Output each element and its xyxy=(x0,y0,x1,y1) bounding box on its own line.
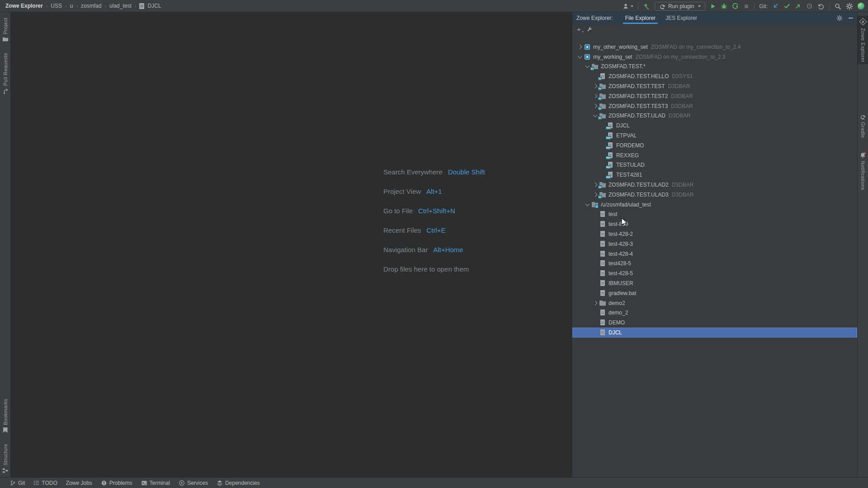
tree-row[interactable]: TEST4281 xyxy=(572,170,857,180)
chevron-right-icon[interactable] xyxy=(591,300,599,307)
minimize-icon[interactable] xyxy=(849,18,853,19)
tree-row[interactable]: ZOSMFAD.TEST.ULAD3 D3DBAR xyxy=(572,190,857,200)
tree-row[interactable]: ZOSMFAD.TEST.HELLO D3SYS1 xyxy=(572,71,857,81)
ide-logo-button[interactable] xyxy=(858,0,864,12)
statusbar-item-terminal[interactable]: Terminal xyxy=(141,480,170,486)
tree-row[interactable]: IBMUSER xyxy=(572,278,857,288)
statusbar-item-dependencies[interactable]: Dependencies xyxy=(217,480,260,486)
tree-row[interactable]: ZOSMFAD.TEST.ULAD D3DBAR xyxy=(572,111,857,121)
run-button[interactable] xyxy=(710,0,716,12)
tree-item-label: demo_2 xyxy=(609,310,628,316)
chevron-slot xyxy=(591,260,599,267)
tree-row[interactable]: ZOSMFAD.TEST.ULAD2 D3DBAR xyxy=(572,180,857,190)
breadcrumb-item[interactable]: Zowe Explorer xyxy=(5,3,43,9)
tree-item-label: ZOSMFAD.TEST.ULAD3 xyxy=(609,192,669,198)
text-file-icon xyxy=(599,240,606,248)
tree-item-label: my_other_working_set xyxy=(593,44,648,50)
statusbar-label: Dependencies xyxy=(225,480,260,486)
statusbar-item-services[interactable]: Services xyxy=(179,480,208,486)
sidebar-item-pull-requests[interactable]: Pull Requests xyxy=(0,51,10,96)
tree-row[interactable]: DJCL xyxy=(572,121,857,131)
text-file-icon xyxy=(599,260,606,267)
tree-row[interactable]: ZOSMFAD.TEST.TEST2 D3DBAR xyxy=(572,91,857,101)
history-button[interactable] xyxy=(806,0,813,12)
sidebar-item-gradle[interactable]: Gradle xyxy=(858,112,868,140)
chevron-right-icon[interactable] xyxy=(576,43,584,51)
breadcrumb-item[interactable]: ›ulad_test xyxy=(104,3,131,9)
tree-item-label: DEMO xyxy=(609,319,625,326)
tree-row[interactable]: test-428-2 xyxy=(572,229,857,239)
update-project-button[interactable] xyxy=(772,0,779,12)
debug-button[interactable] xyxy=(721,0,727,12)
ds-folder-icon xyxy=(599,83,606,90)
wrench-icon[interactable] xyxy=(586,26,593,33)
tree-row[interactable]: test-428-5 xyxy=(572,268,857,278)
settings-gear-icon xyxy=(846,3,853,10)
sidebar-item-structure[interactable]: Structure xyxy=(0,442,10,475)
tree-row[interactable]: test xyxy=(572,210,857,220)
tree-row[interactable]: test-428-4 xyxy=(572,249,857,259)
tool-window-tabs: File Explorer JES Explorer xyxy=(620,12,702,24)
commit-button[interactable] xyxy=(783,0,790,12)
tree-row[interactable]: gradlew.bat xyxy=(572,288,857,298)
tree-item-hint: D3DBAR xyxy=(672,192,694,198)
run-configuration-select[interactable]: Run plugin xyxy=(655,2,705,11)
tree-item-label: my_working_set xyxy=(593,54,632,60)
breadcrumb-item[interactable]: ›zosmfad xyxy=(76,3,101,9)
breadcrumb-item[interactable]: ›USS xyxy=(46,3,62,9)
tree-row[interactable]: ZOSMFAD.TEST.TEST3 D3DBAR xyxy=(572,101,857,111)
sidebar-item-notifications[interactable]: Notifications xyxy=(858,150,868,192)
statusbar-item-todo[interactable]: TODO xyxy=(33,480,57,486)
tab-file-explorer[interactable]: File Explorer xyxy=(623,12,658,24)
breadcrumb-item-file[interactable]: ›DJCL xyxy=(135,3,161,9)
shortcut-row: Project View Alt+1 xyxy=(383,188,485,207)
settings-button[interactable] xyxy=(846,0,853,12)
user-menu-button[interactable] xyxy=(622,0,633,12)
tree-row[interactable]: DJCL xyxy=(572,328,857,338)
stop-button[interactable] xyxy=(743,0,750,12)
shortcut-action-label: Recent Files xyxy=(383,226,421,234)
tab-jes-explorer[interactable]: JES Explorer xyxy=(663,12,699,24)
tree-row[interactable]: demo2 xyxy=(572,298,857,308)
bookmark-icon xyxy=(3,427,8,433)
chevron-slot xyxy=(591,230,599,238)
tree-row[interactable]: my_other_working_set ZOSMFAD on my_conne… xyxy=(572,42,857,52)
sidebar-item-project[interactable]: Project xyxy=(0,16,10,44)
tree-item-hint: D3DBAR xyxy=(669,113,691,119)
rollback-button[interactable] xyxy=(817,0,825,12)
breadcrumb-item[interactable]: ›u xyxy=(65,3,73,9)
profiler-button[interactable] xyxy=(732,0,739,12)
tree-row[interactable]: DEMO xyxy=(572,318,857,328)
push-button[interactable] xyxy=(795,0,802,12)
mem-file-icon xyxy=(607,142,614,149)
tree-row[interactable]: test-819 xyxy=(572,219,857,229)
statusbar-item-problems[interactable]: Problems xyxy=(101,480,132,486)
tree-row[interactable]: ZOSMFAD.TEST.* xyxy=(572,62,857,72)
build-button[interactable] xyxy=(643,0,650,12)
statusbar-item-git[interactable]: Git xyxy=(10,480,25,486)
shortcut-action-label: Search Everywhere xyxy=(383,168,443,176)
tree-item-hint: D3DBAR xyxy=(671,103,693,109)
sidebar-item-zowe-explorer[interactable]: Z Zowe Explorer xyxy=(858,16,868,64)
tree-item-label: IBMUSER xyxy=(609,280,633,286)
sidebar-item-bookmarks[interactable]: Bookmarks xyxy=(0,397,10,435)
chevron-down-icon[interactable] xyxy=(576,53,584,61)
tree-row[interactable]: my_working_set ZOSMFAD on my_connection_… xyxy=(572,52,857,62)
add-icon[interactable]: + xyxy=(577,26,581,33)
tree-row[interactable]: test-428-3 xyxy=(572,239,857,249)
settings-gear-icon[interactable] xyxy=(836,15,843,21)
chevron-down-icon[interactable] xyxy=(584,201,591,208)
tree-row[interactable]: ZOSMFAD.TEST.TEST D3DBAR xyxy=(572,81,857,91)
tree-row[interactable]: REXXEG xyxy=(572,150,857,160)
tree-row[interactable]: TESTULAD xyxy=(572,160,857,170)
tree-row[interactable]: test428-5 xyxy=(572,259,857,269)
tree-row[interactable]: /u/zosmfad/ulad_test xyxy=(572,200,857,210)
shortcut-action-label: Go to File xyxy=(383,207,413,215)
search-everywhere-button[interactable] xyxy=(834,0,841,12)
statusbar-item-zowe-jobs[interactable]: Zowe Jobs xyxy=(66,480,92,486)
tree-row[interactable]: demo_2 xyxy=(572,308,857,318)
breadcrumb-label: DJCL xyxy=(147,3,161,9)
tree-row[interactable]: ETPVAL xyxy=(572,131,857,141)
tree-row[interactable]: FORDEMO xyxy=(572,141,857,150)
tree-item-label: /u/zosmfad/ulad_test xyxy=(601,202,651,208)
